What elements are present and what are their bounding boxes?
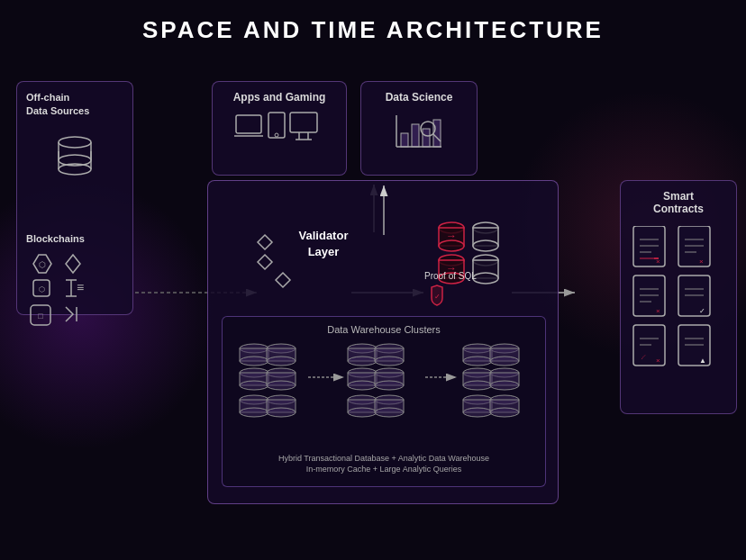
- apps-gaming-box: Apps and Gaming: [212, 81, 347, 176]
- svg-text:×: ×: [699, 257, 704, 266]
- svg-text:→: →: [446, 230, 457, 242]
- svg-point-54: [473, 273, 498, 284]
- svg-point-90: [348, 408, 377, 417]
- smart-contracts-box: SmartContracts × × × ✓: [620, 180, 737, 414]
- svg-text:□: □: [38, 312, 43, 321]
- svg-rect-23: [268, 113, 285, 138]
- svg-point-67: [267, 381, 296, 390]
- svg-point-84: [348, 381, 377, 390]
- svg-point-24: [275, 133, 278, 137]
- svg-text:⟋: ⟋: [640, 353, 647, 361]
- svg-point-105: [490, 381, 519, 390]
- apps-gaming-label: Apps and Gaming: [213, 91, 346, 104]
- offchain-label: Off-chain Data Sources: [26, 91, 89, 119]
- svg-text:✓: ✓: [699, 307, 705, 315]
- svg-point-64: [240, 381, 268, 390]
- blockchains-label: Blockchains: [26, 233, 85, 244]
- dw-sublabel: Hybrid Transactional Database + Analytic…: [223, 453, 545, 475]
- svg-point-73: [267, 408, 296, 417]
- svg-text:⬡: ⬡: [39, 285, 45, 294]
- svg-text:✓: ✓: [434, 293, 441, 301]
- svg-point-58: [240, 357, 268, 366]
- offchain-box: Off-chain Data Sources Blockchains ⬡ ⬡: [16, 81, 133, 315]
- svg-point-61: [267, 357, 296, 366]
- database-icon: [52, 131, 97, 176]
- svg-marker-39: [258, 255, 272, 269]
- chart-icon: [392, 111, 446, 151]
- svg-rect-32: [412, 124, 419, 147]
- svg-point-70: [240, 408, 268, 417]
- svg-point-111: [490, 408, 519, 417]
- data-science-label: Data Science: [361, 91, 477, 104]
- svg-rect-21: [236, 115, 261, 133]
- svg-point-96: [463, 357, 492, 366]
- dw-box: Data Warehouse Clusters: [222, 316, 546, 487]
- svg-marker-15: [66, 255, 80, 273]
- smart-contract-icons: × × × ✓ ⟋ × ▲: [629, 226, 728, 406]
- device-icons: [234, 111, 324, 151]
- validator-hex-area: → → ✓: [208, 181, 558, 316]
- svg-rect-33: [423, 129, 430, 147]
- svg-point-99: [490, 357, 519, 366]
- svg-marker-38: [258, 235, 272, 249]
- dw-label: Data Warehouse Clusters: [223, 324, 545, 335]
- svg-marker-40: [276, 273, 290, 287]
- svg-point-6: [59, 137, 91, 148]
- svg-text:×: ×: [656, 307, 660, 315]
- svg-text:×: ×: [656, 357, 660, 365]
- svg-text:≡: ≡: [77, 280, 84, 294]
- svg-point-78: [348, 357, 377, 366]
- svg-point-93: [375, 408, 404, 417]
- svg-point-47: [473, 240, 498, 251]
- proof-sql-label: Proof of SQL: [424, 271, 477, 281]
- page-title: SPACE AND TIME ARCHITECTURE: [0, 16, 746, 44]
- svg-text:▲: ▲: [699, 357, 706, 365]
- data-science-box: Data Science: [360, 81, 478, 176]
- svg-point-102: [463, 381, 492, 390]
- svg-point-108: [463, 408, 492, 417]
- dw-clusters: [227, 337, 542, 454]
- svg-rect-25: [290, 113, 317, 132]
- blockchain-icons: ⬡ ⬡ ≡ □: [26, 253, 125, 334]
- svg-point-81: [375, 357, 404, 366]
- center-box: ValidatorLayer →: [207, 180, 559, 504]
- svg-point-87: [375, 381, 404, 390]
- svg-text:⬡: ⬡: [39, 260, 46, 269]
- svg-rect-34: [433, 120, 441, 147]
- smart-contracts-label: SmartContracts: [621, 190, 736, 215]
- svg-rect-31: [401, 133, 408, 147]
- svg-text:×: ×: [656, 257, 660, 266]
